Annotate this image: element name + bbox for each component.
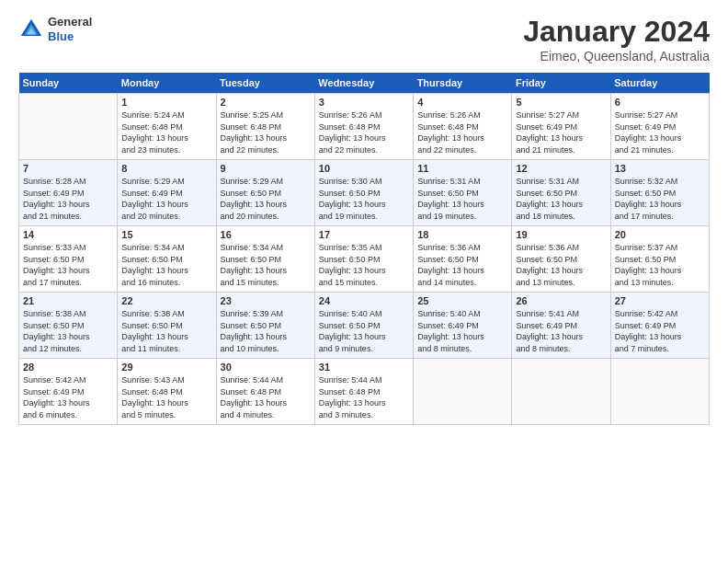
day-info: Sunrise: 5:28 AM Sunset: 6:49 PM Dayligh… (23, 176, 113, 222)
day-cell: 17Sunrise: 5:35 AM Sunset: 6:50 PM Dayli… (314, 226, 413, 293)
col-thursday: Thursday (414, 73, 512, 94)
day-cell: 13Sunrise: 5:32 AM Sunset: 6:50 PM Dayli… (610, 160, 709, 226)
day-info: Sunrise: 5:44 AM Sunset: 6:48 PM Dayligh… (221, 374, 311, 420)
day-info: Sunrise: 5:26 AM Sunset: 6:48 PM Dayligh… (417, 109, 507, 155)
day-number: 4 (417, 97, 507, 108)
day-number: 21 (23, 295, 113, 306)
day-info: Sunrise: 5:34 AM Sunset: 6:50 PM Dayligh… (221, 242, 311, 288)
col-friday: Friday (512, 73, 610, 94)
day-info: Sunrise: 5:24 AM Sunset: 6:48 PM Dayligh… (121, 109, 211, 155)
logo-icon (18, 17, 44, 42)
day-cell: 25Sunrise: 5:40 AM Sunset: 6:49 PM Dayli… (414, 293, 512, 359)
day-info: Sunrise: 5:41 AM Sunset: 6:49 PM Dayligh… (516, 308, 606, 354)
calendar-table: Sunday Monday Tuesday Wednesday Thursday… (18, 73, 710, 425)
day-cell: 30Sunrise: 5:44 AM Sunset: 6:48 PM Dayli… (216, 359, 314, 425)
day-number: 7 (23, 163, 113, 174)
day-cell: 11Sunrise: 5:31 AM Sunset: 6:50 PM Dayli… (414, 160, 512, 226)
day-cell: 26Sunrise: 5:41 AM Sunset: 6:49 PM Dayli… (512, 293, 610, 359)
day-number: 9 (221, 163, 311, 174)
day-number: 13 (615, 163, 705, 174)
logo-general: General (48, 15, 92, 29)
day-info: Sunrise: 5:43 AM Sunset: 6:48 PM Dayligh… (121, 374, 211, 420)
day-info: Sunrise: 5:38 AM Sunset: 6:50 PM Dayligh… (23, 308, 113, 354)
day-cell: 4Sunrise: 5:26 AM Sunset: 6:48 PM Daylig… (414, 94, 512, 160)
day-cell: 3Sunrise: 5:26 AM Sunset: 6:48 PM Daylig… (314, 94, 413, 160)
logo: General Blue (18, 15, 92, 43)
day-cell (512, 359, 610, 425)
day-cell: 22Sunrise: 5:38 AM Sunset: 6:50 PM Dayli… (118, 293, 216, 359)
col-tuesday: Tuesday (216, 73, 314, 94)
main-title: January 2024 (523, 15, 710, 49)
col-wednesday: Wednesday (314, 73, 413, 94)
day-number: 24 (319, 295, 409, 306)
day-cell: 9Sunrise: 5:29 AM Sunset: 6:50 PM Daylig… (216, 160, 314, 226)
title-block: January 2024 Eimeo, Queensland, Australi… (523, 15, 710, 63)
subtitle: Eimeo, Queensland, Australia (523, 49, 710, 63)
day-number: 16 (221, 229, 311, 240)
day-cell (414, 359, 512, 425)
day-cell: 5Sunrise: 5:27 AM Sunset: 6:49 PM Daylig… (512, 94, 610, 160)
day-number: 29 (121, 362, 211, 373)
day-number: 8 (121, 163, 211, 174)
day-number: 17 (319, 229, 409, 240)
day-info: Sunrise: 5:38 AM Sunset: 6:50 PM Dayligh… (121, 308, 211, 354)
day-info: Sunrise: 5:36 AM Sunset: 6:50 PM Dayligh… (516, 242, 606, 288)
day-cell (610, 359, 709, 425)
day-cell: 6Sunrise: 5:27 AM Sunset: 6:49 PM Daylig… (610, 94, 709, 160)
day-cell: 20Sunrise: 5:37 AM Sunset: 6:50 PM Dayli… (610, 226, 709, 293)
day-cell: 31Sunrise: 5:44 AM Sunset: 6:48 PM Dayli… (314, 359, 413, 425)
day-number: 25 (417, 295, 507, 306)
day-number: 6 (615, 97, 705, 108)
day-number: 23 (221, 295, 311, 306)
day-number: 3 (319, 97, 409, 108)
page: General Blue January 2024 Eimeo, Queensl… (0, 0, 728, 563)
day-number: 11 (417, 163, 507, 174)
day-info: Sunrise: 5:27 AM Sunset: 6:49 PM Dayligh… (516, 109, 606, 155)
day-cell (19, 94, 118, 160)
col-saturday: Saturday (610, 73, 709, 94)
day-info: Sunrise: 5:32 AM Sunset: 6:50 PM Dayligh… (615, 176, 705, 222)
day-cell: 2Sunrise: 5:25 AM Sunset: 6:48 PM Daylig… (216, 94, 314, 160)
day-number: 30 (221, 362, 311, 373)
day-cell: 15Sunrise: 5:34 AM Sunset: 6:50 PM Dayli… (118, 226, 216, 293)
day-number: 19 (516, 229, 606, 240)
day-info: Sunrise: 5:40 AM Sunset: 6:50 PM Dayligh… (319, 308, 409, 354)
day-cell: 19Sunrise: 5:36 AM Sunset: 6:50 PM Dayli… (512, 226, 610, 293)
col-sunday: Sunday (19, 73, 118, 94)
logo-text: General Blue (48, 15, 92, 43)
day-number: 1 (121, 97, 211, 108)
day-info: Sunrise: 5:31 AM Sunset: 6:50 PM Dayligh… (516, 176, 606, 222)
day-cell: 16Sunrise: 5:34 AM Sunset: 6:50 PM Dayli… (216, 226, 314, 293)
day-info: Sunrise: 5:29 AM Sunset: 6:49 PM Dayligh… (121, 176, 211, 222)
day-info: Sunrise: 5:27 AM Sunset: 6:49 PM Dayligh… (615, 109, 705, 155)
day-cell: 18Sunrise: 5:36 AM Sunset: 6:50 PM Dayli… (414, 226, 512, 293)
day-number: 12 (516, 163, 606, 174)
day-cell: 21Sunrise: 5:38 AM Sunset: 6:50 PM Dayli… (19, 293, 118, 359)
week-row-1: 7Sunrise: 5:28 AM Sunset: 6:49 PM Daylig… (19, 160, 710, 226)
week-row-4: 28Sunrise: 5:42 AM Sunset: 6:49 PM Dayli… (19, 359, 710, 425)
day-info: Sunrise: 5:42 AM Sunset: 6:49 PM Dayligh… (23, 374, 113, 420)
day-info: Sunrise: 5:30 AM Sunset: 6:50 PM Dayligh… (319, 176, 409, 222)
day-number: 31 (319, 362, 409, 373)
day-number: 10 (319, 163, 409, 174)
logo-blue: Blue (48, 29, 92, 44)
day-number: 5 (516, 97, 606, 108)
day-cell: 14Sunrise: 5:33 AM Sunset: 6:50 PM Dayli… (19, 226, 118, 293)
day-info: Sunrise: 5:33 AM Sunset: 6:50 PM Dayligh… (23, 242, 113, 288)
week-row-0: 1Sunrise: 5:24 AM Sunset: 6:48 PM Daylig… (19, 94, 710, 160)
day-cell: 23Sunrise: 5:39 AM Sunset: 6:50 PM Dayli… (216, 293, 314, 359)
week-row-2: 14Sunrise: 5:33 AM Sunset: 6:50 PM Dayli… (19, 226, 710, 293)
day-info: Sunrise: 5:36 AM Sunset: 6:50 PM Dayligh… (417, 242, 507, 288)
day-cell: 12Sunrise: 5:31 AM Sunset: 6:50 PM Dayli… (512, 160, 610, 226)
day-info: Sunrise: 5:39 AM Sunset: 6:50 PM Dayligh… (221, 308, 311, 354)
day-cell: 7Sunrise: 5:28 AM Sunset: 6:49 PM Daylig… (19, 160, 118, 226)
day-info: Sunrise: 5:34 AM Sunset: 6:50 PM Dayligh… (121, 242, 211, 288)
day-number: 26 (516, 295, 606, 306)
day-cell: 1Sunrise: 5:24 AM Sunset: 6:48 PM Daylig… (118, 94, 216, 160)
col-monday: Monday (118, 73, 216, 94)
day-info: Sunrise: 5:42 AM Sunset: 6:49 PM Dayligh… (615, 308, 705, 354)
day-info: Sunrise: 5:29 AM Sunset: 6:50 PM Dayligh… (221, 176, 311, 222)
day-info: Sunrise: 5:37 AM Sunset: 6:50 PM Dayligh… (615, 242, 705, 288)
header-row: Sunday Monday Tuesday Wednesday Thursday… (19, 73, 710, 94)
day-info: Sunrise: 5:35 AM Sunset: 6:50 PM Dayligh… (319, 242, 409, 288)
